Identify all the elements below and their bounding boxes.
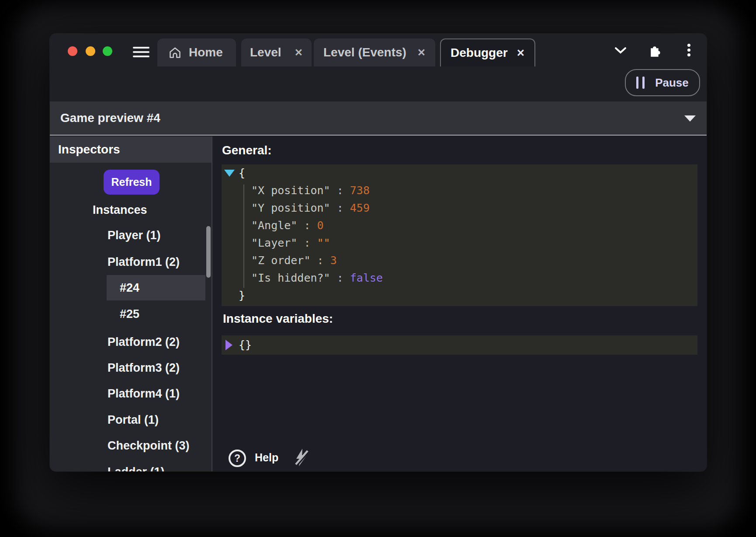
debugger-window: Home Level ✕ Level (Events) ✕ Debugger ✕… <box>50 34 707 471</box>
tab-level-events[interactable]: Level (Events) ✕ <box>314 38 435 66</box>
inspectors-header: Inspectors <box>50 136 212 163</box>
sidebar-item-player[interactable]: Player (1) <box>108 228 161 242</box>
json-row-layer: "Layer" : "" <box>222 234 697 252</box>
pause-button-label: Pause <box>655 76 689 90</box>
tab-home[interactable]: Home <box>157 38 236 66</box>
sidebar-item-instance-25[interactable]: #25 <box>120 307 139 321</box>
tab-level-events-label: Level (Events) <box>323 45 406 59</box>
more-options-icon[interactable] <box>687 44 691 58</box>
instance-variables-section-label: Instance variables: <box>223 312 333 326</box>
instance-variables-value: {} <box>239 335 252 355</box>
json-row-x-position: "X position" : 738 <box>222 182 697 199</box>
window-zoom-button[interactable] <box>103 46 112 56</box>
inspectors-header-label: Inspectors <box>58 136 120 163</box>
tab-level[interactable]: Level ✕ <box>241 38 312 66</box>
tab-level-label: Level <box>250 45 281 59</box>
game-preview-selector[interactable]: Game preview #4 <box>50 101 707 136</box>
indent-guide <box>243 185 244 288</box>
sidebar-item-portal[interactable]: Portal (1) <box>108 413 159 427</box>
json-row-y-position: "Y position" : 459 <box>222 199 697 217</box>
sidebar-item-platform4[interactable]: Platform4 (1) <box>108 387 180 401</box>
home-icon <box>168 45 182 60</box>
tab-home-label: Home <box>189 45 223 59</box>
instance-variables-json-view: {} <box>222 335 697 355</box>
json-row-z-order: "Z order" : 3 <box>222 252 697 269</box>
menu-icon[interactable] <box>133 47 149 57</box>
help-button-label[interactable]: Help <box>255 451 278 464</box>
window-minimize-button[interactable] <box>86 46 95 56</box>
expand-caret-icon[interactable] <box>225 340 232 350</box>
pause-icon <box>636 77 645 89</box>
sidebar-item-checkpoint[interactable]: Checkpoint (3) <box>108 439 190 453</box>
sidebar-scrollbar-thumb[interactable] <box>206 226 211 278</box>
sidebar-item-ladder[interactable]: Ladder (1) <box>108 465 165 471</box>
dropdown-caret-icon <box>684 115 696 122</box>
json-row-is-hidden: "Is hidden?" : false <box>222 269 697 287</box>
window-close-button[interactable] <box>68 46 77 56</box>
inspectors-sidebar: Inspectors Refresh Instances Player (1) … <box>50 136 212 471</box>
close-icon[interactable]: ✕ <box>517 48 525 58</box>
sidebar-item-instance-24-label: #24 <box>120 275 139 300</box>
inspector-detail-panel: General: { "X position" : 738 "Y positio… <box>213 136 707 471</box>
sidebar-item-platform2[interactable]: Platform2 (2) <box>108 335 180 349</box>
general-section-label: General: <box>222 143 272 157</box>
sidebar-item-platform1[interactable]: Platform1 (2) <box>108 255 180 269</box>
sidebar-item-platform3[interactable]: Platform3 (2) <box>108 361 180 375</box>
json-open-brace: { <box>222 164 697 182</box>
tab-debugger[interactable]: Debugger ✕ <box>440 38 535 66</box>
flash-off-icon[interactable] <box>291 447 312 468</box>
sidebar-item-instance-24-selected[interactable]: #24 <box>107 275 205 300</box>
help-icon[interactable]: ? <box>229 450 246 467</box>
sidebar-group-instances[interactable]: Instances <box>93 203 147 217</box>
extensions-puzzle-icon[interactable] <box>647 42 663 58</box>
game-preview-title: Game preview #4 <box>60 111 160 125</box>
collapse-caret-icon[interactable] <box>224 170 235 177</box>
json-close-brace: } <box>222 287 697 304</box>
pause-button[interactable]: Pause <box>625 69 700 96</box>
close-icon[interactable]: ✕ <box>417 48 426 58</box>
refresh-button[interactable]: Refresh <box>104 170 160 195</box>
chevron-down-icon[interactable] <box>614 46 627 55</box>
close-icon[interactable]: ✕ <box>295 48 303 58</box>
json-row-angle: "Angle" : 0 <box>222 217 697 234</box>
general-json-view: { "X position" : 738 "Y position" : 459 … <box>222 164 697 306</box>
tab-debugger-label: Debugger <box>451 46 508 60</box>
